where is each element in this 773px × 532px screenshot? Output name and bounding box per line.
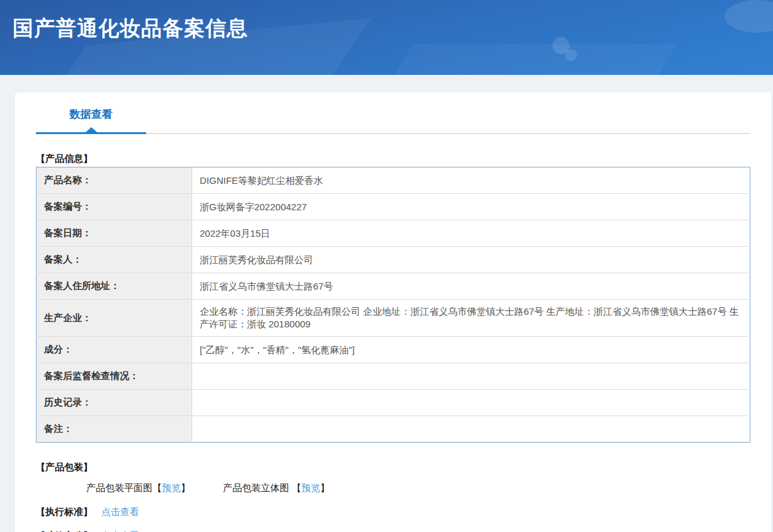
packaging-3d-preview-link[interactable]: 预览 <box>301 482 320 493</box>
row-label: 备注： <box>37 416 192 443</box>
bracket-close: 】 <box>320 482 329 493</box>
product-info-section-title: 【产品信息】 <box>36 153 750 165</box>
tab-bar: 数据查看 <box>36 93 750 134</box>
row-value <box>192 390 750 416</box>
row-value: 企业名称：浙江丽芙秀化妆品有限公司 企业地址：浙江省义乌市佛堂镇大士路67号 生… <box>192 300 750 337</box>
packaging-section-title: 【产品包装】 <box>36 461 750 473</box>
table-row: 历史记录： <box>37 390 750 416</box>
content-card: 数据查看 【产品信息】 产品名称： DIGNIFE等黎妃红尘相爱香水 备案编号：… <box>15 93 771 532</box>
row-label: 备案日期： <box>37 220 192 247</box>
banner-decoration-circle <box>565 49 577 61</box>
tab-bar-divider <box>146 133 750 134</box>
tab-active-caret-icon <box>86 127 97 132</box>
table-row: 备案后监督检查情况： <box>37 363 750 390</box>
standards-row: 【执行标准】点击查看 <box>36 506 750 518</box>
bracket-open: 【 <box>152 482 162 493</box>
bracket-close: 】 <box>181 482 190 493</box>
row-label: 生产企业： <box>37 300 192 337</box>
table-row: 生产企业： 企业名称：浙江丽芙秀化妆品有限公司 企业地址：浙江省义乌市佛堂镇大士… <box>37 300 750 337</box>
standards-view-link[interactable]: 点击查看 <box>101 506 139 517</box>
standards-section-title: 【执行标准】 <box>36 506 93 517</box>
row-label: 产品名称： <box>37 167 192 194</box>
table-row: 成分： ["乙醇"，"水"，"香精"，"氢化蓖麻油"] <box>37 337 750 363</box>
table-row: 备案人： 浙江丽芙秀化妆品有限公司 <box>37 247 750 273</box>
row-value: DIGNIFE等黎妃红尘相爱香水 <box>192 167 750 194</box>
table-row: 备案人住所地址： 浙江省义乌市佛堂镇大士路67号 <box>37 273 750 300</box>
row-value <box>192 363 750 390</box>
bracket-open: 【 <box>292 482 301 493</box>
row-label: 历史记录： <box>37 390 192 416</box>
tab-data-view[interactable]: 数据查看 <box>36 107 146 134</box>
row-value: 2022年03月15日 <box>192 220 750 247</box>
banner-decoration-band <box>369 44 677 75</box>
row-label: 备案编号： <box>37 194 192 220</box>
row-label: 备案后监督检查情况： <box>37 363 192 390</box>
row-value: ["乙醇"，"水"，"香精"，"氢化蓖麻油"] <box>192 337 750 363</box>
table-row: 产品名称： DIGNIFE等黎妃红尘相爱香水 <box>37 167 750 194</box>
packaging-row: 产品包装平面图【预览】产品包装立体图 【预览】 <box>86 482 750 494</box>
row-label: 备案人： <box>37 247 192 273</box>
row-value: 浙G妆网备字2022004227 <box>192 194 750 220</box>
packaging-flat-label: 产品包装平面图 <box>86 482 152 493</box>
row-label: 成分： <box>37 337 192 363</box>
tab-data-view-label: 数据查看 <box>70 108 113 120</box>
tab-active-underline <box>36 132 146 134</box>
table-row: 备案日期： 2022年03月15日 <box>37 220 750 247</box>
packaging-3d-label: 产品包装立体图 <box>223 482 292 493</box>
row-label: 备案人住所地址： <box>37 273 192 300</box>
page-header-banner: 国产普通化妆品备案信息 <box>0 0 773 75</box>
table-row: 备案编号： 浙G妆网备字2022004227 <box>37 194 750 220</box>
product-info-table: 产品名称： DIGNIFE等黎妃红尘相爱香水 备案编号： 浙G妆网备字20220… <box>36 167 750 443</box>
table-row: 备注： <box>37 416 750 443</box>
row-value <box>192 416 750 443</box>
page-title: 国产普通化妆品备案信息 <box>0 0 773 43</box>
row-value: 浙江丽芙秀化妆品有限公司 <box>192 247 750 273</box>
row-value: 浙江省义乌市佛堂镇大士路67号 <box>192 273 750 300</box>
packaging-flat-preview-link[interactable]: 预览 <box>162 482 181 493</box>
